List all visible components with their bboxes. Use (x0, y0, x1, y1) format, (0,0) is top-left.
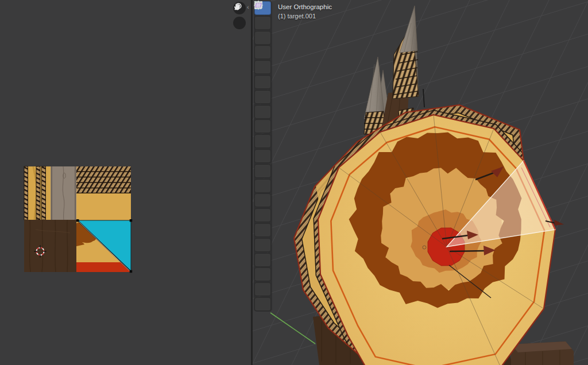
tool-annotate-button[interactable] (254, 90, 271, 104)
stray-edge-line (423, 89, 424, 107)
viewport-3d-canvas[interactable] (253, 0, 588, 365)
hand-icon (233, 2, 242, 11)
tool-rip-region-button[interactable] (254, 297, 271, 311)
tool-knife-button[interactable] (254, 193, 271, 207)
uv-editor-pane: ‹ (0, 0, 251, 365)
viewport-header: User Orthographic (1) target.001 (278, 2, 332, 21)
active-object-label: (1) target.001 (278, 11, 332, 21)
viewport-toolbar (254, 1, 272, 312)
tool-inset-faces-button[interactable] (254, 149, 271, 163)
uv-vertex-handle[interactable] (76, 219, 79, 222)
tool-transform-button[interactable] (254, 75, 271, 89)
uv-texture-image (24, 166, 132, 273)
tool-cursor-button[interactable] (254, 16, 271, 30)
uv-texture-canvas[interactable] (0, 0, 251, 365)
view-name-label: User Orthographic (278, 2, 332, 11)
uv-pan-button[interactable] (233, 17, 246, 29)
rip-region-icon (254, 1, 263, 10)
tool-shear-button[interactable] (254, 282, 271, 296)
blender-window: ‹ (0, 0, 588, 365)
uv-vertex-handle[interactable] (130, 270, 133, 273)
viewport-3d-pane: User Orthographic (1) target.001 (253, 0, 588, 365)
tool-shrink-fatten-button[interactable] (254, 267, 271, 281)
tool-move-button[interactable] (254, 31, 271, 45)
editor-nav-controls (233, 2, 246, 29)
stake-left (364, 57, 385, 134)
tool-scale-button[interactable] (254, 60, 271, 74)
tool-loop-cut-button[interactable] (254, 179, 271, 193)
tool-bevel-button[interactable] (254, 164, 271, 178)
tool-smooth-button[interactable] (254, 238, 271, 252)
uv-vertex-handle[interactable] (130, 219, 133, 222)
tool-edge-slide-button[interactable] (254, 253, 271, 267)
tool-rotate-button[interactable] (254, 45, 271, 59)
tool-measure-button[interactable] (254, 105, 271, 119)
tool-poly-build-button[interactable] (254, 208, 271, 222)
tool-add-cube-button[interactable] (254, 119, 271, 133)
tool-spin-button[interactable] (254, 223, 271, 237)
tool-extrude-region-button[interactable] (254, 134, 271, 148)
y-axis-line (270, 313, 315, 344)
panel-collapse-chevron[interactable]: ‹ (247, 3, 249, 10)
